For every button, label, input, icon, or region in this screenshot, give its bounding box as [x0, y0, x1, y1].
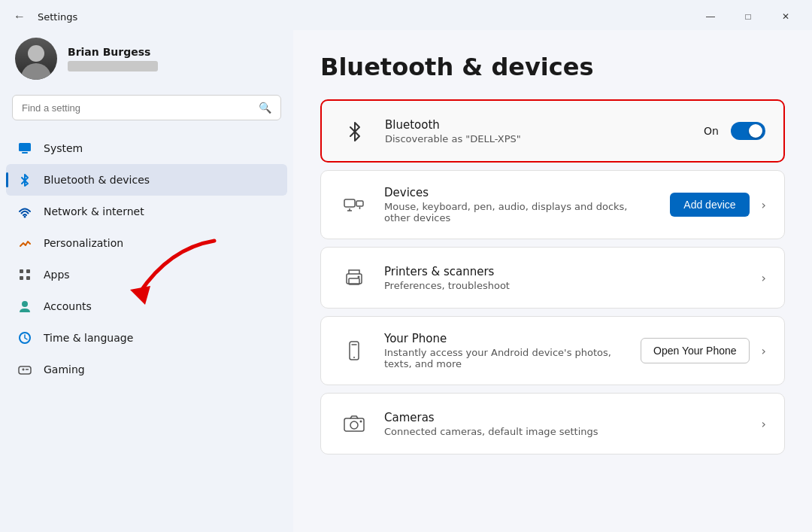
printers-actions: ›	[759, 271, 766, 285]
svg-point-7	[22, 301, 28, 307]
printers-card-text: Printers & scanners Preferences, trouble…	[384, 265, 744, 291]
svg-rect-4	[26, 269, 30, 273]
svg-rect-1	[22, 152, 28, 154]
search-container: 🔍	[0, 95, 293, 132]
svg-rect-13	[356, 201, 363, 206]
cameras-card-icon	[339, 409, 369, 439]
bluetooth-toggle[interactable]	[731, 122, 765, 140]
time-icon	[17, 330, 33, 346]
devices-card[interactable]: Devices Mouse, keyboard, pen, audio, dis…	[320, 170, 785, 239]
bluetooth-subtitle: Discoverable as "DELL-XPS"	[385, 133, 689, 144]
your-phone-actions: Open Your Phone ›	[641, 338, 766, 363]
sidebar-item-accounts[interactable]: Accounts	[6, 290, 287, 322]
search-box: 🔍	[12, 95, 281, 120]
sidebar-item-system[interactable]: System	[6, 132, 287, 164]
sidebar-item-network-label: Network & internet	[44, 205, 144, 217]
cameras-card[interactable]: Cameras Connected cameras, default image…	[320, 393, 785, 454]
accounts-icon	[17, 298, 33, 315]
maximize-button[interactable]: □	[731, 6, 765, 27]
svg-point-25	[360, 421, 362, 423]
your-phone-chevron: ›	[762, 344, 766, 358]
your-phone-card-text: Your Phone Instantly access your Android…	[384, 332, 626, 369]
printers-card-icon	[339, 263, 369, 293]
search-icon: 🔍	[259, 102, 271, 114]
svg-rect-3	[20, 269, 23, 273]
your-phone-subtitle: Instantly access your Android device's p…	[384, 347, 626, 369]
printers-subtitle: Preferences, troubleshoot	[384, 280, 744, 291]
svg-point-2	[24, 216, 26, 218]
page-title: Bluetooth & devices	[320, 53, 785, 81]
your-phone-card-icon	[339, 336, 369, 366]
bluetooth-card[interactable]: Bluetooth Discoverable as "DELL-XPS" On	[320, 99, 785, 163]
svg-rect-6	[26, 276, 30, 280]
svg-point-24	[350, 421, 358, 429]
personalization-icon	[17, 235, 33, 251]
devices-title: Devices	[384, 186, 655, 199]
your-phone-title: Your Phone	[384, 332, 626, 345]
bluetooth-toggle-area: On	[704, 122, 765, 140]
minimize-button[interactable]: —	[693, 6, 728, 27]
sidebar-item-system-label: System	[44, 142, 83, 154]
apps-icon	[17, 266, 33, 283]
sidebar-item-gaming-label: Gaming	[44, 363, 85, 375]
app-title: Settings	[38, 11, 77, 23]
avatar	[15, 38, 57, 80]
sidebar-item-personalization-label: Personalization	[44, 237, 123, 249]
your-phone-card[interactable]: Your Phone Instantly access your Android…	[320, 316, 785, 385]
sidebar-item-apps[interactable]: Apps	[6, 259, 287, 290]
network-icon	[17, 203, 33, 220]
cameras-subtitle: Connected cameras, default image setting…	[384, 426, 744, 437]
user-info: Brian Burgess	[68, 46, 158, 71]
printers-title: Printers & scanners	[384, 265, 744, 278]
system-icon	[17, 140, 33, 157]
main-content: Bluetooth & devices Bluetooth Discoverab…	[293, 30, 812, 532]
sidebar-item-apps-label: Apps	[44, 269, 70, 281]
svg-rect-12	[344, 199, 355, 207]
user-email-blurred	[68, 61, 158, 71]
open-your-phone-button[interactable]: Open Your Phone	[641, 338, 750, 363]
sidebar-item-network[interactable]: Network & internet	[6, 196, 287, 227]
svg-point-21	[353, 357, 355, 358]
devices-card-icon	[339, 190, 369, 220]
bluetooth-card-text: Bluetooth Discoverable as "DELL-XPS"	[385, 118, 689, 144]
search-input[interactable]	[22, 102, 253, 114]
bluetooth-card-icon	[340, 116, 370, 146]
nav-list: System Bluetooth & devices	[0, 132, 293, 385]
printers-chevron: ›	[762, 271, 766, 285]
devices-card-text: Devices Mouse, keyboard, pen, audio, dis…	[384, 186, 655, 223]
title-bar: ← Settings — □ ✕	[0, 0, 812, 30]
cameras-card-text: Cameras Connected cameras, default image…	[384, 411, 744, 437]
devices-chevron: ›	[762, 198, 766, 212]
svg-point-11	[27, 369, 29, 370]
back-button[interactable]: ←	[9, 8, 30, 25]
svg-rect-0	[19, 143, 31, 151]
cameras-chevron: ›	[762, 417, 766, 431]
gaming-icon	[17, 361, 33, 378]
devices-actions: Add device ›	[670, 193, 766, 217]
sidebar-item-personalization[interactable]: Personalization	[6, 227, 287, 259]
close-button[interactable]: ✕	[768, 6, 803, 27]
user-name: Brian Burgess	[68, 46, 158, 58]
printers-card[interactable]: Printers & scanners Preferences, trouble…	[320, 247, 785, 309]
svg-point-19	[358, 276, 360, 278]
window-controls: — □ ✕	[693, 6, 803, 27]
add-device-button[interactable]: Add device	[670, 193, 749, 217]
svg-rect-9	[19, 366, 31, 374]
sidebar: Brian Burgess 🔍 System	[0, 30, 293, 532]
sidebar-item-accounts-label: Accounts	[44, 300, 92, 312]
cameras-title: Cameras	[384, 411, 744, 424]
sidebar-item-gaming[interactable]: Gaming	[6, 354, 287, 385]
avatar-image	[15, 38, 57, 80]
sidebar-item-time-label: Time & language	[44, 332, 133, 344]
bluetooth-title: Bluetooth	[385, 118, 689, 132]
sidebar-item-bluetooth[interactable]: Bluetooth & devices	[6, 164, 287, 196]
cameras-actions: ›	[759, 417, 766, 431]
sidebar-item-bluetooth-label: Bluetooth & devices	[44, 174, 150, 186]
title-bar-left: ← Settings	[9, 8, 77, 25]
svg-point-10	[26, 369, 27, 370]
sidebar-item-time[interactable]: Time & language	[6, 322, 287, 354]
bluetooth-toggle-label: On	[704, 125, 719, 137]
bluetooth-icon	[17, 172, 33, 188]
user-section: Brian Burgess	[0, 30, 293, 95]
app-body: Brian Burgess 🔍 System	[0, 30, 812, 532]
